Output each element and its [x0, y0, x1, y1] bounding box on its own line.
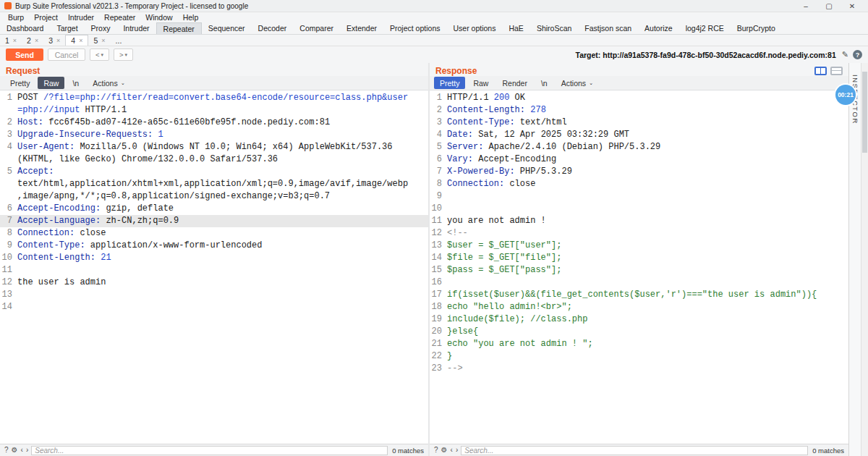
repeater-tab-3[interactable]: 3× — [43, 35, 65, 46]
tab-dashboard[interactable]: Dashboard — [0, 22, 50, 34]
line-number: 3 — [0, 129, 17, 141]
next-match-icon[interactable]: › — [26, 447, 28, 454]
close-tab-icon[interactable]: × — [79, 37, 82, 44]
forward-button[interactable]: >▾ — [114, 48, 133, 61]
repeater-tab-1[interactable]: 1× — [0, 35, 22, 46]
request-tab-n[interactable]: \n — [67, 77, 85, 89]
request-tab-raw[interactable]: Raw — [38, 77, 64, 89]
menu-intruder[interactable]: Intruder — [63, 13, 99, 22]
response-search-input[interactable] — [461, 446, 808, 455]
repeater-tab-label: 1 — [5, 36, 9, 45]
line-content: Vary: Accept-Encoding — [447, 153, 848, 166]
minimize-button[interactable]: – — [794, 2, 817, 10]
response-tab-actions[interactable]: Actions⌄ — [556, 77, 600, 89]
response-tab-render[interactable]: Render — [496, 77, 532, 89]
request-tab-pretty[interactable]: Pretty — [4, 77, 35, 89]
line-content: Accept-Language: zh-CN,zh;q=0.9 — [17, 215, 428, 227]
layout-stacked-icon[interactable] — [830, 67, 843, 75]
line-number: 6 — [430, 153, 447, 166]
prev-match-icon[interactable]: ‹ — [21, 447, 23, 454]
tab-autorize[interactable]: Autorize — [638, 22, 679, 34]
menu-help[interactable]: Help — [178, 13, 204, 22]
request-editor[interactable]: 1POST /?file=php://filter/read=convert.b… — [0, 90, 428, 444]
tab-target[interactable]: Target — [50, 22, 84, 34]
inspector-collapsed-panel[interactable]: INSPECTOR — [848, 63, 861, 456]
tab-hae[interactable]: HaE — [502, 22, 529, 34]
tab-burpcrypto[interactable]: BurpCrypto — [731, 22, 782, 34]
tab-intruder[interactable]: Intruder — [116, 22, 156, 34]
tab-repeater[interactable]: Repeater — [156, 22, 202, 34]
menu-window[interactable]: Window — [140, 13, 177, 22]
response-tab-n[interactable]: \n — [535, 77, 553, 89]
editor-line: 7Accept-Language: zh-CN,zh;q=0.9 — [0, 215, 428, 227]
line-content: =php://input HTTP/1.1 — [17, 104, 428, 117]
editor-line: 1HTTP/1.1 200 OK — [430, 92, 848, 104]
close-tab-icon[interactable]: × — [13, 37, 17, 44]
editor-line: 12the user is admin — [0, 276, 428, 289]
close-tab-icon[interactable]: × — [35, 37, 38, 44]
line-number — [0, 104, 17, 117]
line-content: if(isset($user)&&(file_get_contents($use… — [447, 289, 848, 301]
send-button[interactable]: Send — [6, 48, 43, 61]
vertical-scrollbar[interactable] — [861, 63, 868, 456]
search-help-icon[interactable]: ? — [4, 447, 9, 454]
tab-extender[interactable]: Extender — [340, 22, 383, 34]
repeater-tab-5[interactable]: 5× — [88, 35, 110, 46]
inspector-label: INSPECTOR — [851, 75, 859, 456]
cancel-button[interactable]: Cancel — [48, 48, 85, 61]
code-token: Mozilla/5.0 (Windows NT 10.0; Win64; x64… — [75, 142, 392, 152]
request-tab-actions[interactable]: Actions⌄ — [87, 77, 131, 89]
code-token: =php://input — [17, 105, 80, 115]
line-number: 7 — [430, 166, 447, 178]
editor-line: 22} — [430, 350, 848, 363]
search-settings-icon[interactable]: ⚙ — [441, 447, 448, 454]
repeater-tab-tab[interactable]: ... — [111, 35, 127, 46]
menu-bar: BurpProjectIntruderRepeaterWindowHelp — [0, 12, 868, 22]
maximize-button[interactable]: ▢ — [817, 2, 841, 10]
response-tab-pretty[interactable]: Pretty — [434, 77, 465, 89]
tab-project-options[interactable]: Project options — [383, 22, 446, 34]
code-token: 278 — [525, 105, 546, 115]
next-match-icon[interactable]: › — [456, 447, 458, 454]
close-tab-icon[interactable]: × — [56, 37, 60, 44]
edit-target-icon[interactable]: ✎ — [842, 50, 848, 59]
tab-proxy[interactable]: Proxy — [85, 22, 117, 34]
response-tab-raw[interactable]: Raw — [467, 77, 494, 89]
editor-line: 10 — [430, 203, 848, 215]
editor-line: text/html,application/xhtml+xml,applicat… — [0, 178, 428, 190]
menu-project[interactable]: Project — [29, 13, 63, 22]
tab-log4j2-rce[interactable]: log4j2 RCE — [679, 22, 731, 34]
line-number: 9 — [0, 240, 17, 252]
search-settings-icon[interactable]: ⚙ — [12, 447, 18, 454]
line-content: Accept: — [17, 166, 428, 178]
prev-match-icon[interactable]: ‹ — [451, 447, 453, 454]
layout-columns-icon[interactable] — [814, 67, 827, 75]
line-content: }else{ — [447, 326, 848, 338]
repeater-tab-2[interactable]: 2× — [22, 35, 43, 46]
repeater-tab-4[interactable]: 4× — [65, 35, 88, 46]
tab-fastjson-scan[interactable]: Fastjson scan — [578, 22, 638, 34]
tab-sequencer[interactable]: Sequencer — [202, 22, 252, 34]
back-button[interactable]: <▾ — [90, 48, 109, 61]
tab-shiroscan[interactable]: ShiroScan — [530, 22, 578, 34]
close-button[interactable]: ✕ — [841, 2, 864, 10]
close-tab-icon[interactable]: × — [101, 37, 105, 44]
editor-line: 17if(isset($user)&&(file_get_contents($u… — [430, 289, 848, 301]
search-help-icon[interactable]: ? — [434, 447, 438, 454]
tab-decoder[interactable]: Decoder — [252, 22, 294, 34]
scrollbar-thumb[interactable] — [862, 72, 867, 153]
line-number: 10 — [430, 203, 447, 215]
code-token: $file = $_GET["file"]; — [447, 253, 561, 263]
tab-user-options[interactable]: User options — [446, 22, 502, 34]
code-token: Accept-Language: — [17, 216, 101, 226]
menu-repeater[interactable]: Repeater — [99, 13, 140, 22]
response-editor[interactable]: 1HTTP/1.1 200 OK2Content-Length: 2783Con… — [430, 90, 848, 444]
line-content — [17, 289, 428, 301]
menu-burp[interactable]: Burp — [3, 13, 29, 22]
tab-comparer[interactable]: Comparer — [293, 22, 340, 34]
editor-line: 18echo "hello admin!<br>"; — [430, 301, 848, 313]
code-token: Content-Length: — [17, 253, 95, 263]
request-search-input[interactable] — [31, 446, 388, 455]
help-icon[interactable]: ? — [853, 50, 862, 59]
line-content — [447, 203, 848, 215]
